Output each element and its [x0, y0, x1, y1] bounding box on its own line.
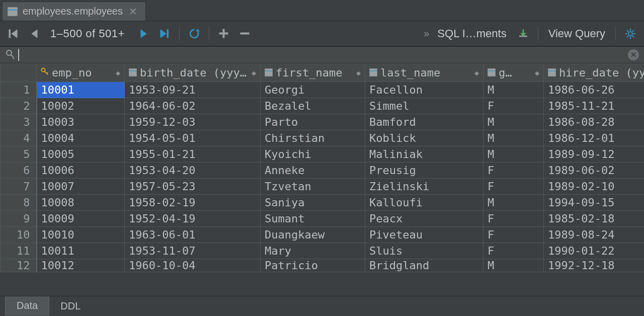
table-row[interactable]: 11100111953-11-07MarySluisF1990-01-22 — [1, 243, 645, 259]
cell-birth_date[interactable]: 1957-05-23 — [125, 179, 261, 195]
cell-last_name[interactable]: Bamford — [365, 114, 484, 130]
cell-last_name[interactable]: Simmel — [365, 98, 484, 114]
cell-emp_no[interactable]: 10007 — [37, 179, 125, 195]
column-header-gender[interactable]: g… ◆ — [484, 64, 544, 82]
column-header-hire_date[interactable]: hire_date (yy — [544, 64, 645, 82]
cell-birth_date[interactable]: 1964-06-02 — [125, 98, 261, 114]
next-page-button[interactable] — [135, 25, 152, 42]
close-icon[interactable]: ✕ — [128, 6, 138, 18]
settings-button[interactable] — [622, 25, 639, 42]
cell-gender[interactable]: M — [484, 146, 544, 163]
view-query-button[interactable]: View Query — [548, 27, 605, 40]
cell-first_name[interactable]: Patricio — [261, 259, 365, 272]
cell-hire_date[interactable]: 1994-09-15 — [544, 195, 645, 211]
cell-birth_date[interactable]: 1953-11-07 — [125, 243, 261, 259]
data-grid[interactable]: emp_no ◆ birth_date (yyy… ◆ first_name — [0, 63, 644, 290]
editor-tab[interactable]: employees.employees ✕ — [2, 2, 146, 21]
cell-last_name[interactable]: Preusig — [365, 163, 484, 179]
cell-gender[interactable]: M — [484, 195, 544, 211]
clear-filter-button[interactable]: ✕ — [628, 49, 639, 60]
cell-hire_date[interactable]: 1992-12-18 — [544, 259, 645, 272]
table-row[interactable]: 6100061953-04-20AnnekePreusigF1989-06-02 — [1, 163, 645, 179]
cell-gender[interactable]: M — [484, 114, 544, 130]
table-row[interactable]: 10100101963-06-01DuangkaewPiveteauF1989-… — [1, 227, 645, 243]
cell-first_name[interactable]: Chirstian — [261, 130, 365, 146]
prev-page-button[interactable] — [26, 25, 43, 42]
refresh-button[interactable] — [186, 25, 203, 42]
sql-statements-button[interactable]: SQL I…ments — [437, 27, 506, 40]
cell-gender[interactable]: F — [484, 211, 544, 227]
cell-first_name[interactable]: Saniya — [261, 195, 365, 211]
table-row[interactable]: 1100011953-09-21GeorgiFacellonM1986-06-2… — [1, 82, 645, 98]
cell-gender[interactable]: F — [484, 227, 544, 243]
cell-first_name[interactable]: Duangkaew — [261, 227, 365, 243]
cell-emp_no[interactable]: 10006 — [37, 163, 125, 179]
cell-last_name[interactable]: Maliniak — [365, 146, 484, 163]
cell-first_name[interactable]: Bezalel — [261, 98, 365, 114]
cell-gender[interactable]: M — [484, 82, 544, 98]
cell-hire_date[interactable]: 1985-02-18 — [544, 211, 645, 227]
add-row-button[interactable] — [215, 25, 232, 42]
table-row[interactable]: 2100021964-06-02BezalelSimmelF1985-11-21 — [1, 98, 645, 114]
cell-hire_date[interactable]: 1986-06-26 — [544, 82, 645, 98]
cell-emp_no[interactable]: 10008 — [37, 195, 125, 211]
more-actions-button[interactable]: » — [424, 28, 429, 39]
cell-emp_no[interactable]: 10003 — [37, 114, 125, 130]
cell-emp_no[interactable]: 10005 — [37, 146, 125, 163]
cell-emp_no[interactable]: 10009 — [37, 211, 125, 227]
cell-emp_no[interactable]: 10002 — [37, 98, 125, 114]
cell-last_name[interactable]: Koblick — [365, 130, 484, 146]
cell-gender[interactable]: F — [484, 163, 544, 179]
cell-first_name[interactable]: Tzvetan — [261, 179, 365, 195]
cell-last_name[interactable]: Piveteau — [365, 227, 484, 243]
table-row[interactable]: 9100091952-04-19SumantPeacxF1985-02-18 — [1, 211, 645, 227]
filter-input[interactable] — [24, 50, 628, 60]
cell-hire_date[interactable]: 1989-02-10 — [544, 179, 645, 195]
table-row[interactable]: 3100031959-12-03PartoBamfordM1986-08-28 — [1, 114, 645, 130]
cell-birth_date[interactable]: 1953-04-20 — [125, 163, 261, 179]
cell-emp_no[interactable]: 10004 — [37, 130, 125, 146]
cell-emp_no[interactable]: 10010 — [37, 227, 125, 243]
cell-first_name[interactable]: Kyoichi — [261, 146, 365, 163]
table-row[interactable]: 5100051955-01-21KyoichiMaliniakM1989-09-… — [1, 146, 645, 163]
cell-emp_no[interactable]: 10011 — [37, 243, 125, 259]
cell-last_name[interactable]: Bridgland — [365, 259, 484, 272]
cell-last_name[interactable]: Facellon — [365, 82, 484, 98]
export-button[interactable] — [515, 25, 532, 42]
table-row[interactable]: 7100071957-05-23TzvetanZielinskiF1989-02… — [1, 179, 645, 195]
cell-first_name[interactable]: Sumant — [261, 211, 365, 227]
remove-row-button[interactable] — [236, 25, 254, 42]
cell-last_name[interactable]: Sluis — [365, 243, 484, 259]
column-header-birth_date[interactable]: birth_date (yyy… ◆ — [125, 64, 261, 82]
cell-gender[interactable]: M — [484, 130, 544, 146]
cell-emp_no[interactable]: 10012 — [37, 259, 125, 272]
cell-birth_date[interactable]: 1963-06-01 — [125, 227, 261, 243]
cell-gender[interactable]: M — [484, 259, 544, 272]
cell-birth_date[interactable]: 1954-05-01 — [125, 130, 261, 146]
cell-hire_date[interactable]: 1989-08-24 — [544, 227, 645, 243]
cell-hire_date[interactable]: 1986-08-28 — [544, 114, 645, 130]
cell-birth_date[interactable]: 1959-12-03 — [125, 114, 261, 130]
cell-birth_date[interactable]: 1952-04-19 — [125, 211, 261, 227]
cell-hire_date[interactable]: 1985-11-21 — [544, 98, 645, 114]
tab-ddl[interactable]: DDL — [49, 296, 92, 315]
cell-hire_date[interactable]: 1990-01-22 — [544, 243, 645, 259]
last-page-button[interactable] — [156, 25, 173, 42]
first-page-button[interactable] — [5, 25, 22, 42]
table-row[interactable]: 4100041954-05-01ChirstianKoblickM1986-12… — [1, 130, 645, 146]
column-header-last_name[interactable]: last_name ◆ — [365, 64, 484, 82]
cell-last_name[interactable]: Peacx — [365, 211, 484, 227]
tab-data[interactable]: Data — [5, 296, 49, 315]
cell-gender[interactable]: F — [484, 98, 544, 114]
table-row[interactable]: 12100121960-10-04PatricioBridglandM1992-… — [1, 259, 645, 272]
cell-first_name[interactable]: Georgi — [261, 82, 365, 98]
cell-last_name[interactable]: Kalloufi — [365, 195, 484, 211]
cell-hire_date[interactable]: 1986-12-01 — [544, 130, 645, 146]
column-header-emp_no[interactable]: emp_no ◆ — [37, 64, 125, 82]
cell-gender[interactable]: F — [484, 179, 544, 195]
cell-first_name[interactable]: Mary — [261, 243, 365, 259]
cell-first_name[interactable]: Parto — [261, 114, 365, 130]
cell-birth_date[interactable]: 1958-02-19 — [125, 195, 261, 211]
cell-last_name[interactable]: Zielinski — [365, 179, 484, 195]
cell-birth_date[interactable]: 1955-01-21 — [125, 146, 261, 163]
